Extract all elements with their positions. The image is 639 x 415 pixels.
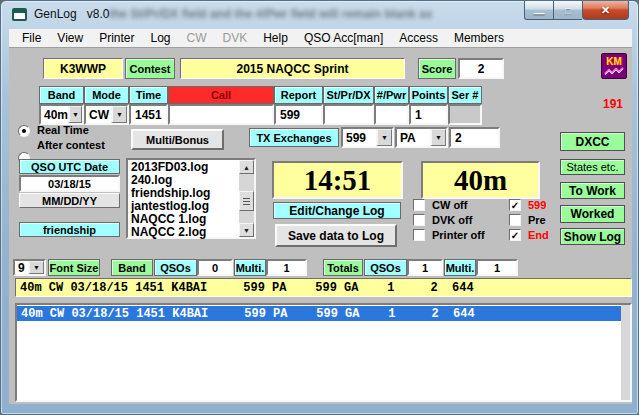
header-time: Time [129, 86, 168, 104]
dvk-off-label: DVK off [432, 214, 472, 226]
scroll-down-icon[interactable]: ▼ [239, 223, 254, 237]
minimize-button[interactable]: — [524, 1, 554, 20]
contest-button[interactable]: Contest [125, 58, 175, 79]
utc-clock-display: 14:51 [272, 161, 403, 199]
mode-select-value: CW [86, 106, 111, 123]
points-input[interactable]: 1 [409, 104, 448, 125]
qso-date-field[interactable]: 03/18/15 [19, 175, 120, 192]
printer-off-label: Printer off [432, 229, 485, 241]
header-mode: Mode [84, 86, 129, 104]
contest-name: 2015 NAQCC Sprint [180, 58, 405, 79]
window-controls: — □ ✕ [524, 1, 629, 20]
maximize-icon: □ [565, 5, 571, 16]
band-select-value: 40m [41, 106, 68, 123]
title-bar[interactable]: the St/Pr/DX field and the #/Pwr field w… [1, 1, 638, 28]
real-time-radio[interactable] [18, 125, 30, 137]
header-report: Report [274, 86, 323, 104]
rst-599-checkbox-row: ✓ 599 [509, 199, 546, 211]
dvk-off-checkbox[interactable] [413, 214, 425, 226]
serial-field [448, 104, 482, 125]
menu-file[interactable]: File [14, 30, 49, 47]
maximize-button[interactable]: □ [554, 1, 582, 20]
log-files-list[interactable]: 2013FD03.log 240.log friendship.log jant… [126, 158, 256, 239]
tx-serial-input[interactable]: 2 [449, 127, 500, 148]
report-input[interactable]: 599 [274, 104, 323, 125]
menu-log[interactable]: Log [142, 30, 178, 47]
cw-off-checkbox[interactable] [413, 199, 425, 211]
totals-qsos-value: 1 [407, 259, 443, 276]
menu-cw: CW [179, 30, 215, 47]
qso-utc-date-label: QSO UTC Date [19, 159, 120, 174]
chevron-down-icon: ▼ [430, 129, 446, 146]
printer-off-checkbox-row: Printer off [413, 229, 485, 241]
tx-state-select[interactable]: PA ▼ [395, 127, 448, 148]
thumb-grip-icon [243, 198, 250, 205]
header-pwr: #/Pwr [374, 86, 409, 104]
show-log-button[interactable]: Show Log [560, 228, 625, 245]
edit-change-log-button[interactable]: Edit/Change Log [273, 202, 401, 219]
client-area: K3WWP Contest 2015 NAQCC Sprint Score 2 … [9, 48, 632, 404]
end-checkbox-row: ✓ End [509, 229, 549, 241]
scroll-up-icon[interactable]: ▲ [239, 160, 254, 174]
font-size-select[interactable]: 9 ▼ [13, 259, 46, 276]
totals-qsos-label: QSOs [364, 259, 407, 276]
pre-checkbox[interactable] [509, 214, 521, 226]
printer-off-checkbox[interactable] [413, 229, 425, 241]
font-size-value: 9 [15, 261, 28, 274]
pre-checkbox-row: Pre [509, 214, 546, 226]
chevron-down-icon: ▼ [111, 106, 127, 123]
menu-printer[interactable]: Printer [91, 30, 142, 47]
date-format-button[interactable]: MM/DD/YY [19, 193, 120, 208]
dvk-off-checkbox-row: DVK off [413, 214, 472, 226]
menu-access[interactable]: Access [391, 30, 446, 47]
band-multi-value: 1 [266, 259, 307, 276]
header-serial: Ser # [448, 86, 482, 104]
menu-qso-acc[interactable]: QSO Acc[man] [296, 30, 391, 47]
pwr-input[interactable] [374, 104, 409, 125]
minimize-icon: — [534, 7, 545, 19]
band-qsos-label: QSOs [154, 259, 197, 276]
km-zigzag-icon [604, 67, 624, 76]
chevron-down-icon: ▼ [376, 129, 392, 146]
band-multi-label: Multi. [234, 259, 266, 276]
menu-dvk: DVK [215, 30, 256, 47]
genlog-window: the St/Pr/DX field and the #/Pwr field w… [0, 0, 639, 415]
end-checkbox[interactable]: ✓ [509, 229, 521, 241]
multi-bonus-button[interactable]: Multi/Bonus [131, 129, 224, 150]
menu-view[interactable]: View [49, 30, 91, 47]
band-select[interactable]: 40m ▼ [39, 104, 84, 125]
save-data-to-log-button[interactable]: Save data to Log [275, 224, 397, 247]
menu-members[interactable]: Members [446, 30, 512, 47]
to-work-button[interactable]: To Work [560, 182, 625, 199]
menu-help[interactable]: Help [255, 30, 296, 47]
mode-select[interactable]: CW ▼ [84, 104, 129, 125]
pre-label: Pre [528, 214, 546, 226]
rst-599-checkbox[interactable]: ✓ [509, 199, 521, 211]
log-scrollbar-track[interactable] [621, 305, 630, 400]
band-display: 40m [421, 161, 540, 199]
tx-rst-select[interactable]: 599 ▼ [341, 127, 394, 148]
scrollbar-thumb[interactable] [239, 191, 254, 211]
background-window-text: the St/Pr/DX field and the #/Pwr field w… [109, 7, 589, 21]
call-input[interactable] [168, 104, 274, 125]
time-input[interactable]: 1451 [129, 104, 168, 125]
states-etc-button[interactable]: States etc. [560, 159, 625, 175]
font-size-label: Font Size [48, 259, 100, 276]
tx-rst-value: 599 [343, 129, 376, 146]
totals-label: Totals [323, 259, 363, 276]
files-scrollbar[interactable]: ▲ ▼ [239, 160, 254, 237]
list-item[interactable]: NAQCC 2.log [128, 226, 254, 239]
app-icon [12, 8, 27, 21]
band-qsos-value: 0 [197, 259, 233, 276]
log-row-selected[interactable]: 40m CW 03/18/15 1451 K4BAI 599 PA 599 GA… [17, 306, 621, 321]
header-band: Band [39, 86, 84, 104]
worked-button[interactable]: Worked [560, 205, 625, 223]
close-button[interactable]: ✕ [582, 1, 629, 20]
st-pr-dx-input[interactable] [323, 104, 374, 125]
close-icon: ✕ [601, 4, 610, 17]
km-logo-icon: KM [601, 53, 627, 79]
log-listbox[interactable]: 40m CW 03/18/15 1451 K4BAI 599 PA 599 GA… [15, 303, 632, 402]
chevron-down-icon: ▼ [28, 261, 44, 274]
menu-bar: File View Printer Log CW DVK Help QSO Ac… [9, 29, 632, 48]
dxcc-button[interactable]: DXCC [560, 132, 625, 151]
